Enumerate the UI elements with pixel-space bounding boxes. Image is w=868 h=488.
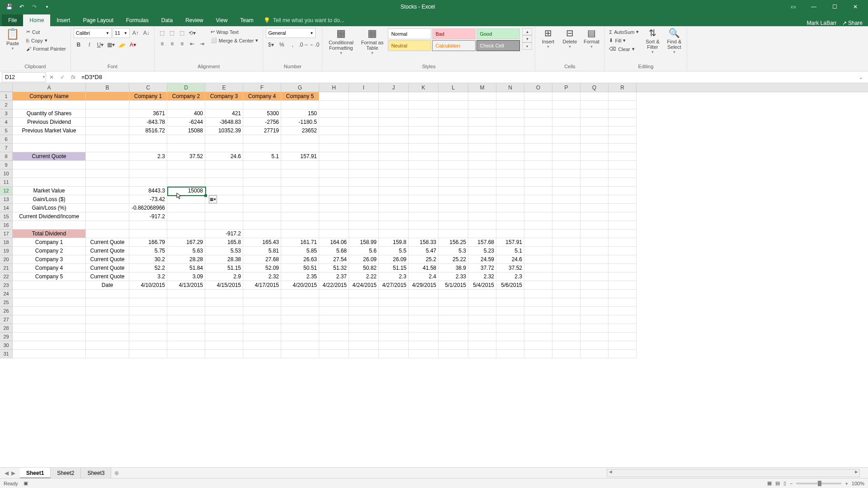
cell[interactable] bbox=[281, 350, 319, 358]
cell[interactable] bbox=[319, 101, 349, 109]
cell[interactable] bbox=[496, 118, 524, 127]
cell[interactable] bbox=[580, 118, 609, 127]
col-header-E[interactable]: E bbox=[205, 83, 243, 92]
tab-team[interactable]: Team bbox=[234, 14, 259, 26]
cell[interactable] bbox=[167, 101, 205, 109]
cell[interactable] bbox=[319, 152, 349, 161]
cell[interactable]: 5.75 bbox=[129, 247, 167, 255]
cell[interactable] bbox=[13, 333, 86, 341]
sheet-tab-1[interactable]: Sheet1 bbox=[20, 468, 51, 479]
cell[interactable] bbox=[552, 204, 580, 212]
expand-formula-icon[interactable]: ⌄ bbox=[855, 72, 866, 82]
cell[interactable] bbox=[496, 204, 524, 212]
cell[interactable] bbox=[129, 178, 167, 187]
cell[interactable] bbox=[86, 195, 129, 204]
cell[interactable] bbox=[86, 307, 129, 315]
cell[interactable] bbox=[439, 178, 468, 187]
cell[interactable] bbox=[349, 195, 379, 204]
cell[interactable] bbox=[496, 298, 524, 307]
close-icon[interactable]: ✕ bbox=[845, 0, 865, 13]
cell[interactable] bbox=[86, 144, 129, 152]
cell[interactable] bbox=[379, 161, 409, 169]
cell[interactable]: -6244 bbox=[167, 118, 205, 127]
cell[interactable] bbox=[580, 341, 609, 350]
cell[interactable] bbox=[524, 298, 552, 307]
increase-decimal-icon[interactable]: .0→ bbox=[298, 40, 308, 50]
cell[interactable] bbox=[409, 92, 439, 101]
cell[interactable] bbox=[243, 298, 281, 307]
autosum-button[interactable]: Σ AutoSum ▾ bbox=[607, 28, 641, 36]
cell[interactable]: 27.54 bbox=[319, 255, 349, 264]
cell[interactable] bbox=[552, 255, 580, 264]
cell[interactable] bbox=[524, 178, 552, 187]
cell[interactable] bbox=[167, 161, 205, 169]
cell[interactable] bbox=[609, 135, 637, 144]
cell[interactable] bbox=[379, 92, 409, 101]
cell[interactable] bbox=[552, 307, 580, 315]
cell[interactable] bbox=[379, 101, 409, 109]
cell[interactable] bbox=[409, 178, 439, 187]
cell[interactable] bbox=[243, 290, 281, 298]
cell[interactable] bbox=[167, 178, 205, 187]
cell[interactable] bbox=[13, 315, 86, 324]
cell[interactable] bbox=[468, 290, 496, 298]
cell[interactable] bbox=[468, 204, 496, 212]
cell[interactable] bbox=[167, 212, 205, 221]
increase-font-icon[interactable]: A↑ bbox=[131, 28, 141, 38]
cell[interactable] bbox=[13, 101, 86, 109]
cell[interactable]: -917.2 bbox=[205, 230, 243, 238]
cell[interactable]: Quantity of Shares bbox=[13, 109, 86, 118]
cell[interactable] bbox=[349, 230, 379, 238]
cell[interactable] bbox=[379, 350, 409, 358]
cell[interactable]: 52.09 bbox=[243, 264, 281, 272]
cell[interactable] bbox=[468, 118, 496, 127]
cell[interactable] bbox=[86, 230, 129, 238]
cell[interactable] bbox=[496, 290, 524, 298]
cell[interactable] bbox=[167, 315, 205, 324]
row-header-12[interactable]: 12 bbox=[0, 187, 13, 195]
align-right-icon[interactable]: ≡ bbox=[177, 39, 187, 49]
cell[interactable] bbox=[496, 101, 524, 109]
cell[interactable] bbox=[129, 324, 167, 333]
cell[interactable] bbox=[524, 118, 552, 127]
cell[interactable] bbox=[319, 341, 349, 350]
cell[interactable] bbox=[379, 204, 409, 212]
cell[interactable] bbox=[468, 307, 496, 315]
cell[interactable] bbox=[580, 272, 609, 281]
cell[interactable] bbox=[409, 221, 439, 230]
wrap-text-button[interactable]: ↩ Wrap Text bbox=[209, 28, 260, 36]
cell[interactable] bbox=[205, 350, 243, 358]
cell[interactable] bbox=[524, 324, 552, 333]
cell[interactable] bbox=[281, 161, 319, 169]
cell[interactable] bbox=[349, 101, 379, 109]
cell[interactable]: Company 2 bbox=[167, 92, 205, 101]
cell[interactable] bbox=[349, 212, 379, 221]
format-cells-button[interactable]: ▤Format▼ bbox=[581, 28, 601, 49]
col-header-K[interactable]: K bbox=[409, 83, 439, 92]
cell[interactable] bbox=[580, 169, 609, 178]
cell[interactable] bbox=[349, 341, 379, 350]
cell[interactable]: 24.59 bbox=[468, 255, 496, 264]
qat-dropdown-icon[interactable]: ▼ bbox=[42, 1, 52, 12]
col-header-J[interactable]: J bbox=[379, 83, 409, 92]
cell[interactable] bbox=[580, 195, 609, 204]
cell[interactable] bbox=[13, 161, 86, 169]
cell[interactable]: -73.42 bbox=[129, 195, 167, 204]
cell[interactable] bbox=[319, 195, 349, 204]
sheet-tab-2[interactable]: Sheet2 bbox=[51, 468, 81, 479]
format-as-table-button[interactable]: ▦Format as Table▼ bbox=[359, 28, 386, 56]
cell[interactable]: 52.2 bbox=[129, 264, 167, 272]
cell[interactable] bbox=[439, 144, 468, 152]
cell[interactable] bbox=[281, 333, 319, 341]
cell[interactable] bbox=[86, 92, 129, 101]
cell[interactable] bbox=[319, 230, 349, 238]
cell[interactable] bbox=[580, 230, 609, 238]
cell[interactable] bbox=[409, 212, 439, 221]
cell[interactable] bbox=[496, 221, 524, 230]
styles-more-icon[interactable]: ▾ bbox=[522, 42, 532, 50]
cell[interactable] bbox=[86, 169, 129, 178]
view-normal-icon[interactable]: ▦ bbox=[767, 480, 772, 486]
style-good[interactable]: Good bbox=[476, 28, 520, 39]
style-check-cell[interactable]: Check Cell bbox=[476, 40, 520, 51]
cell[interactable] bbox=[349, 92, 379, 101]
